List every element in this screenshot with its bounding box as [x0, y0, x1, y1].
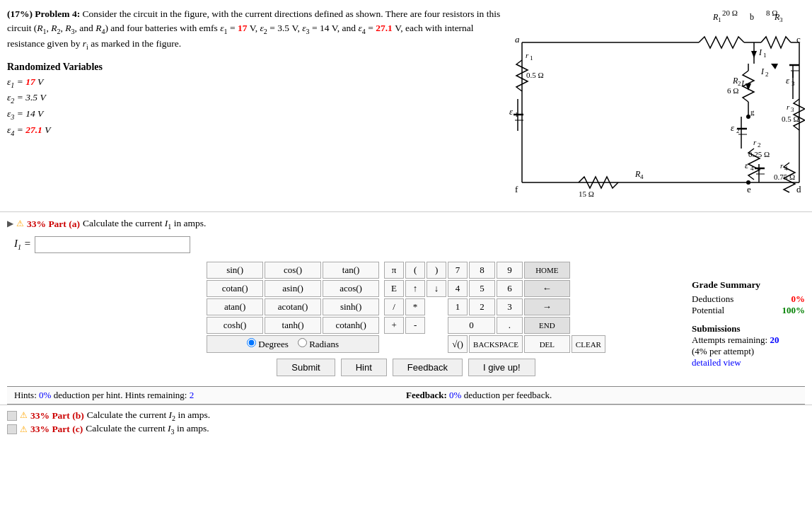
svg-text:I: I — [760, 66, 765, 76]
tan-button[interactable]: tan() — [323, 262, 379, 279]
asin-button[interactable]: asin() — [265, 280, 321, 297]
home-key[interactable]: HOME — [524, 262, 570, 279]
var-e4: ε4 = 27.1 V — [7, 123, 501, 139]
part-b-label[interactable]: 33% Part (b) — [30, 410, 84, 422]
circuit-svg: a R1 b R3 c 20 Ω 8 Ω r3 0. — [508, 7, 805, 205]
hints-right: Feedback: 0% deduction per feedback. — [406, 390, 798, 401]
svg-text:b: b — [750, 12, 754, 22]
warning-icon: ⚠ — [16, 219, 24, 229]
divide-key[interactable]: / — [384, 298, 404, 315]
calc-function-table: sin() cos() tan() cotan() asin() acos() … — [205, 260, 381, 354]
answer-label: I1 = — [14, 238, 31, 251]
num-0-key[interactable]: 0 — [448, 317, 495, 334]
num-5-key[interactable]: 5 — [469, 280, 495, 297]
detailed-view-link[interactable]: detailed view — [692, 357, 741, 368]
multiply-key[interactable]: * — [405, 298, 425, 315]
svg-text:20 Ω: 20 Ω — [722, 8, 738, 17]
part-c-label[interactable]: 33% Part (c) — [30, 424, 83, 435]
svg-text:3: 3 — [779, 16, 783, 23]
potential-label: Potential — [692, 305, 724, 316]
cotan-button[interactable]: cotan() — [207, 280, 263, 297]
svg-text:3: 3 — [791, 106, 794, 113]
svg-text:1: 1 — [763, 52, 767, 59]
svg-text:2: 2 — [765, 71, 769, 78]
left-arrow-key[interactable]: ← — [524, 280, 570, 297]
exp-up-key[interactable]: ↑ — [405, 280, 425, 297]
sin-button[interactable]: sin() — [207, 262, 263, 279]
cotanh-button[interactable]: cotanh() — [323, 317, 379, 334]
sqrt-key[interactable]: √() — [448, 335, 468, 352]
tanh-button[interactable]: tanh() — [265, 317, 321, 334]
end-key[interactable]: END — [524, 317, 570, 334]
close-paren-key[interactable]: ) — [427, 262, 446, 279]
svg-text:r: r — [753, 138, 757, 146]
num-6-key[interactable]: 6 — [497, 280, 523, 297]
attempts-row: Attempts remaining: 20 — [692, 335, 805, 346]
num-4-key[interactable]: 4 — [448, 280, 468, 297]
del-key[interactable]: DEL — [524, 335, 570, 352]
degrees-radio-label[interactable]: Degrees — [247, 339, 291, 349]
num-7-key[interactable]: 7 — [448, 262, 468, 279]
acos-button[interactable]: acos() — [323, 280, 379, 297]
svg-text:0.5 Ω: 0.5 Ω — [526, 71, 544, 79]
sinh-button[interactable]: sinh() — [323, 298, 379, 315]
radians-radio[interactable] — [298, 338, 307, 347]
per-attempt-row: (4% per attempt) — [692, 346, 805, 357]
cosh-button[interactable]: cosh() — [207, 317, 263, 334]
num-9-key[interactable]: 9 — [497, 262, 523, 279]
part-c-checkbox — [7, 424, 17, 434]
svg-text:I: I — [758, 47, 762, 57]
grade-summary: Grade Summary Deductions 0% Potential 10… — [692, 279, 805, 368]
feedback-deduction-link[interactable]: 0% — [449, 390, 461, 400]
expand-arrow[interactable]: ▶ — [7, 219, 13, 229]
var-e3: ε3 = 14 V — [7, 107, 501, 122]
decimal-key[interactable]: . — [497, 317, 523, 334]
pi-key[interactable]: π — [384, 262, 404, 279]
right-arrow-key[interactable]: → — [524, 298, 570, 315]
cos-button[interactable]: cos() — [265, 262, 321, 279]
svg-text:d: d — [796, 184, 801, 194]
backspace-key[interactable]: BACKSPACE — [469, 335, 523, 352]
plus-key[interactable]: + — [384, 317, 404, 334]
hints-left: Hints: 0% deduction per hint. Hints rema… — [14, 390, 406, 401]
hints-deduction-link[interactable]: 0% — [39, 390, 51, 400]
minus-key[interactable]: - — [405, 317, 425, 334]
hints-bar: Hints: 0% deduction per hint. Hints rema… — [7, 386, 805, 405]
degrees-radio[interactable] — [247, 338, 256, 347]
part-a-section: ▶ ⚠ 33% Part (a) Calculate the current I… — [0, 212, 812, 405]
feedback-button[interactable]: Feedback — [393, 359, 463, 376]
svg-text:15 Ω: 15 Ω — [579, 190, 594, 198]
part-b-checkbox — [7, 411, 17, 421]
attempts-link[interactable]: 20 — [770, 335, 779, 345]
bottom-buttons: Submit Hint Feedback I give up! — [205, 359, 607, 376]
svg-text:1: 1 — [530, 54, 533, 62]
hint-button[interactable]: Hint — [341, 359, 387, 376]
give-up-button[interactable]: I give up! — [468, 359, 535, 376]
open-paren-key[interactable]: ( — [405, 262, 425, 279]
exp-down-key[interactable]: ↓ — [427, 280, 446, 297]
submit-button[interactable]: Submit — [277, 359, 335, 376]
deductions-label: Deductions — [692, 293, 733, 305]
clear-key[interactable]: CLEAR — [572, 335, 605, 352]
num-1-key[interactable]: 1 — [448, 298, 468, 315]
svg-text:2: 2 — [758, 141, 761, 149]
randomized-title: Randomized Variables — [7, 59, 501, 74]
svg-marker-35 — [751, 51, 757, 58]
var-e1: ε1 = 17 V — [7, 75, 501, 91]
atan-button[interactable]: atan() — [207, 298, 263, 315]
radians-radio-label[interactable]: Radians — [298, 339, 339, 349]
acotan-button[interactable]: acotan() — [265, 298, 321, 315]
svg-text:r: r — [780, 161, 784, 170]
num-8-key[interactable]: 8 — [469, 262, 495, 279]
hints-remaining-link[interactable]: 2 — [190, 390, 195, 400]
num-3-key[interactable]: 3 — [497, 298, 523, 315]
answer-input[interactable] — [35, 236, 190, 253]
submissions-title: Submissions — [692, 323, 741, 334]
num-2-key[interactable]: 2 — [469, 298, 495, 315]
part-a-description: Calculate the current I1 in amps. — [83, 218, 206, 231]
svg-text:r: r — [787, 103, 790, 111]
e-key[interactable]: E — [384, 280, 404, 297]
svg-text:6 Ω: 6 Ω — [727, 86, 738, 95]
part-c-warning-icon: ⚠ — [20, 424, 28, 435]
calc-numpad-table: π ( ) 7 8 9 HOME E ↑ ↓ 4 — [383, 260, 607, 354]
